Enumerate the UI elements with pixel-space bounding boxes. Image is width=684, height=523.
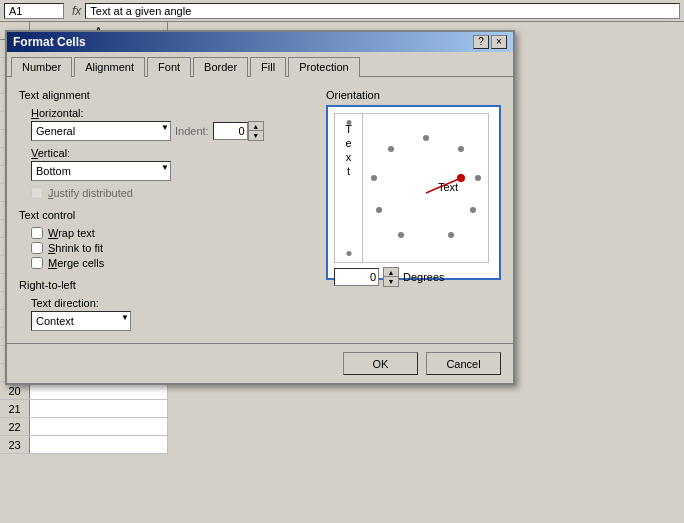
dialog-content: Text alignment Horizontal: General Left … xyxy=(7,77,513,343)
vert-letter-e: e xyxy=(345,136,351,150)
degrees-spinner-buttons: ▲ ▼ xyxy=(383,267,399,287)
degrees-up-button[interactable]: ▲ xyxy=(384,268,398,277)
rtl-label: Right-to-left xyxy=(19,279,314,291)
dialog-title-text: Format Cells xyxy=(13,35,86,49)
indent-label: Indent: xyxy=(175,125,209,137)
vertical-select-wrapper: Top Center Bottom Justify Distributed xyxy=(31,161,171,181)
wrap-text-label: Wrap text xyxy=(48,227,95,239)
indent-spinner: ▲ ▼ xyxy=(213,121,264,141)
formula-input[interactable] xyxy=(85,3,680,19)
text-direction-wrapper: Context Left-to-Right Right-to-Left xyxy=(31,311,131,331)
degrees-input[interactable] xyxy=(334,268,379,286)
cell-reference[interactable] xyxy=(4,3,64,19)
vertical-text-column: T e x t xyxy=(335,114,363,262)
degrees-down-button[interactable]: ▼ xyxy=(384,277,398,286)
horizontal-label: Horizontal: xyxy=(31,107,314,119)
dot-bottom xyxy=(346,251,351,256)
indent-up-button[interactable]: ▲ xyxy=(249,122,263,131)
left-column: Text alignment Horizontal: General Left … xyxy=(19,89,314,331)
horizontal-select-wrapper: General Left Center Right Fill Justify C… xyxy=(31,121,171,141)
horizontal-label-text: orizontal: xyxy=(39,107,84,119)
text-direction-dropdown[interactable]: Context Left-to-Right Right-to-Left xyxy=(31,311,131,331)
vertical-dropdown[interactable]: Top Center Bottom Justify Distributed xyxy=(31,161,171,181)
dialog-title-bar: Format Cells ? × xyxy=(7,32,513,52)
spinner-buttons: ▲ ▼ xyxy=(248,121,264,141)
shrink-to-fit-checkbox[interactable] xyxy=(31,242,43,254)
svg-point-2 xyxy=(458,146,464,152)
angle-area[interactable]: Text xyxy=(363,114,488,262)
rtl-section: Right-to-left Text direction: Context Le… xyxy=(19,279,314,331)
formula-bar: fx xyxy=(0,0,684,22)
horizontal-dropdown[interactable]: General Left Center Right Fill Justify C… xyxy=(31,121,171,141)
angle-dial-svg: Text xyxy=(366,123,486,253)
help-button[interactable]: ? xyxy=(473,35,489,49)
svg-text:Text: Text xyxy=(438,181,458,193)
text-direction-label: Text direction: xyxy=(31,297,314,309)
vert-letter-x: x xyxy=(346,150,352,164)
justify-distributed-label: Justify distributed xyxy=(48,187,133,199)
dot-top xyxy=(346,120,351,125)
svg-point-9 xyxy=(388,146,394,152)
vertical-label: Vertical: xyxy=(31,147,314,159)
svg-point-1 xyxy=(423,135,429,141)
degrees-label: Degrees xyxy=(403,271,445,283)
tab-number[interactable]: Number xyxy=(11,57,72,77)
vert-letter-t2: t xyxy=(347,164,350,178)
orientation-title: Orientation xyxy=(326,89,501,101)
tab-fill[interactable]: Fill xyxy=(250,57,286,77)
spreadsheet: fx A 1 Text at a given angle 2 3 4 5 6 7… xyxy=(0,0,684,523)
title-buttons: ? × xyxy=(473,35,507,49)
justify-distributed-checkbox[interactable] xyxy=(31,187,43,199)
shrink-to-fit-row: Shrink to fit xyxy=(31,242,314,254)
table-row: 23 xyxy=(0,436,168,454)
text-control-label: Text control xyxy=(19,209,314,221)
svg-point-5 xyxy=(448,232,454,238)
tab-protection[interactable]: Protection xyxy=(288,57,360,77)
table-row: 21 xyxy=(0,400,168,418)
dialog-buttons: OK Cancel xyxy=(7,343,513,383)
svg-point-3 xyxy=(475,175,481,181)
wrap-text-checkbox[interactable] xyxy=(31,227,43,239)
text-control-section: Text control Wrap text xyxy=(19,209,314,269)
indent-input[interactable] xyxy=(213,122,248,140)
close-button[interactable]: × xyxy=(491,35,507,49)
format-cells-dialog: Format Cells ? × Number Alignment Font B… xyxy=(5,30,515,385)
tab-font[interactable]: Font xyxy=(147,57,191,77)
svg-point-7 xyxy=(376,207,382,213)
merge-cells-row: Merge cells xyxy=(31,257,314,269)
fx-label: fx xyxy=(72,4,81,18)
orientation-section: Orientation T e x t xyxy=(326,89,501,331)
text-alignment-label: Text alignment xyxy=(19,89,314,101)
svg-point-6 xyxy=(398,232,404,238)
indent-down-button[interactable]: ▼ xyxy=(249,131,263,140)
merge-cells-checkbox[interactable] xyxy=(31,257,43,269)
svg-point-11 xyxy=(457,174,465,182)
vertical-row: Top Center Bottom Justify Distributed xyxy=(31,161,314,181)
svg-point-4 xyxy=(470,207,476,213)
tab-border[interactable]: Border xyxy=(193,57,248,77)
merge-cells-label: Merge cells xyxy=(48,257,104,269)
table-row: 22 xyxy=(0,418,168,436)
cancel-button[interactable]: Cancel xyxy=(426,352,501,375)
justify-distributed-row: Justify distributed xyxy=(31,187,314,199)
tab-alignment[interactable]: Alignment xyxy=(74,57,145,77)
shrink-to-fit-label: Shrink to fit xyxy=(48,242,103,254)
content-row: Text alignment Horizontal: General Left … xyxy=(19,89,501,331)
svg-point-8 xyxy=(371,175,377,181)
wrap-text-row: Wrap text xyxy=(31,227,314,239)
orientation-box: T e x t xyxy=(326,105,501,280)
degrees-row: ▲ ▼ Degrees xyxy=(334,267,493,287)
ok-button[interactable]: OK xyxy=(343,352,418,375)
dialog-tabs: Number Alignment Font Border Fill Protec… xyxy=(7,52,513,77)
orientation-inner: T e x t xyxy=(334,113,489,263)
horizontal-row: General Left Center Right Fill Justify C… xyxy=(31,121,314,141)
